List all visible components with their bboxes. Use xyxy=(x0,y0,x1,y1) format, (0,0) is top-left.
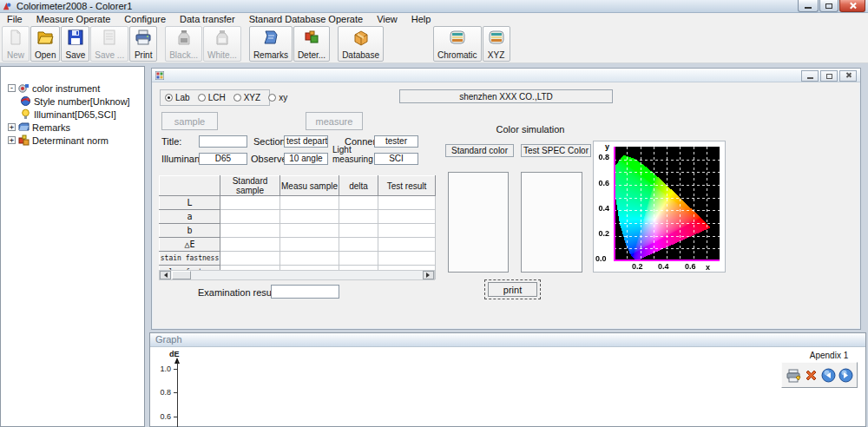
observer-field[interactable]: 10 angle xyxy=(284,153,328,165)
save-floppy-icon xyxy=(67,29,84,46)
cie-y-axis-label: y xyxy=(605,142,609,151)
measure-button: measure xyxy=(306,112,363,130)
app-icon xyxy=(2,2,11,11)
database-button[interactable]: Database xyxy=(338,26,384,62)
determinant-norm-icon xyxy=(18,135,30,146)
open-button-label: Open xyxy=(35,50,56,60)
table-cell xyxy=(220,196,280,210)
arrow-left-icon xyxy=(161,273,168,278)
minimize-button[interactable] xyxy=(798,0,819,12)
tree-item-style-number[interactable]: Style number[Unknow] xyxy=(1,95,144,108)
print-button[interactable]: Print xyxy=(129,26,157,62)
table-row: b xyxy=(160,224,436,238)
document-body: Lab LCH XYZ xy shenzhen XXX CO.,LTD samp… xyxy=(152,82,860,328)
table-cell xyxy=(220,224,280,238)
radio-lch[interactable]: LCH xyxy=(198,93,226,102)
open-button[interactable]: Open xyxy=(30,26,60,62)
graph-print-icon[interactable] xyxy=(786,368,801,383)
open-folder-icon xyxy=(36,29,54,46)
table-row: L xyxy=(160,196,436,210)
window-controls xyxy=(798,0,865,12)
chromatic-button[interactable]: Chromatic xyxy=(433,26,482,62)
y-tick-label: 1.0 xyxy=(155,365,171,373)
menu-file[interactable]: File xyxy=(0,13,30,25)
tree-item-determinant-norm[interactable]: + Determinant norm xyxy=(1,134,144,147)
close-button[interactable] xyxy=(839,0,865,12)
radio-icon xyxy=(268,94,276,102)
save-button[interactable]: Save xyxy=(61,26,89,62)
cie-y-tick: 0.8 xyxy=(596,153,609,161)
illuminant-field[interactable]: D65 xyxy=(199,153,247,165)
conner-field[interactable]: tester xyxy=(374,135,418,148)
radio-xyz[interactable]: XYZ xyxy=(233,93,260,102)
collapse-icon[interactable]: - xyxy=(8,84,16,92)
graph-delete-icon[interactable] xyxy=(804,368,819,383)
instrument-tree-panel: - color instrument Style number[Unknow] … xyxy=(0,66,145,427)
scroll-right-button[interactable] xyxy=(423,271,434,279)
menu-measure-operate[interactable]: Measure Operate xyxy=(30,13,118,25)
menu-help[interactable]: Help xyxy=(404,13,438,25)
tree-item-label: Style number[Unknow] xyxy=(34,96,130,107)
remarks-button[interactable]: Remarks xyxy=(249,26,293,62)
database-icon xyxy=(352,29,370,46)
save-button-label: Save xyxy=(65,50,85,60)
xyz-button[interactable]: XYZ xyxy=(483,26,510,62)
graph-prev-icon[interactable] xyxy=(821,368,836,383)
print-report-button[interactable]: print xyxy=(484,279,541,299)
determinant-icon xyxy=(303,29,320,46)
save-as-button-label: Save ... xyxy=(95,50,124,60)
white-calibration-button: White... xyxy=(203,26,241,62)
radio-selected-icon xyxy=(165,94,173,102)
style-number-icon xyxy=(20,95,31,107)
table-cell xyxy=(220,210,280,224)
cie-chromaticity-panel: y 0.8 0.6 0.4 0.2 0.0 0.2 0.4 0.6 x xyxy=(593,141,726,273)
row-header: stain fastness xyxy=(160,252,220,266)
table-cell xyxy=(339,210,378,224)
y-tick-mark xyxy=(174,392,177,393)
toolbar: New Open Save Save ... Print Black... Wh… xyxy=(0,25,868,63)
column-header: Test result xyxy=(378,176,436,196)
examination-result-field[interactable] xyxy=(271,285,339,299)
menu-configure[interactable]: Configure xyxy=(117,13,173,25)
menu-view[interactable]: View xyxy=(370,13,404,25)
expand-icon[interactable]: + xyxy=(8,136,16,144)
scrollbar-thumb[interactable] xyxy=(172,271,191,279)
determinant-button[interactable]: Deter... xyxy=(293,26,330,62)
tree-item-label: Remarks xyxy=(32,122,70,133)
cie-y-tick: 0.2 xyxy=(596,229,609,238)
title-field-label: Title: xyxy=(161,136,181,147)
tree-item-label: Determinant norm xyxy=(32,135,108,146)
white-calibration-icon xyxy=(214,29,231,46)
menu-standard-database-operate[interactable]: Stanard Database Operate xyxy=(242,13,370,25)
tree-item-remarks[interactable]: + Remarks xyxy=(1,121,144,134)
radio-lab[interactable]: Lab xyxy=(165,93,190,102)
light-measuring-field[interactable]: SCI xyxy=(374,153,418,165)
document-restore-button[interactable] xyxy=(820,70,838,82)
tree-root-color-instrument[interactable]: - color instrument xyxy=(1,82,144,95)
table-cell xyxy=(378,196,436,210)
table-cell xyxy=(339,238,378,252)
tree-item-illuminant[interactable]: Illuminant[D65,SCI] xyxy=(1,108,144,121)
table-row: stain fastness xyxy=(160,252,436,266)
cie-x-axis-label: x xyxy=(706,263,710,272)
expand-icon[interactable]: + xyxy=(8,123,16,131)
graph-y-axis xyxy=(177,361,178,427)
y-tick-mark xyxy=(174,417,177,417)
graph-next-icon[interactable] xyxy=(838,368,853,383)
maximize-button[interactable] xyxy=(819,0,838,12)
column-header: Standard sample xyxy=(220,176,280,196)
tree-root-label: color instrument xyxy=(32,83,100,94)
document-close-button[interactable] xyxy=(839,70,857,82)
examination-result-label: Examination result: xyxy=(198,287,279,298)
document-minimize-button[interactable] xyxy=(801,70,819,82)
radio-xy-label: xy xyxy=(279,93,287,102)
table-horizontal-scrollbar[interactable] xyxy=(159,270,435,280)
company-banner: shenzhen XXX CO.,LTD xyxy=(399,89,613,103)
section-field[interactable]: test departme xyxy=(284,135,328,148)
tree-item-label: Illuminant[D65,SCI] xyxy=(34,109,116,120)
title-field[interactable] xyxy=(199,135,247,148)
menu-data-transfer[interactable]: Data transfer xyxy=(173,13,242,25)
table-cell xyxy=(378,252,436,266)
scroll-left-button[interactable] xyxy=(160,271,171,279)
radio-xy[interactable]: xy xyxy=(268,93,287,102)
